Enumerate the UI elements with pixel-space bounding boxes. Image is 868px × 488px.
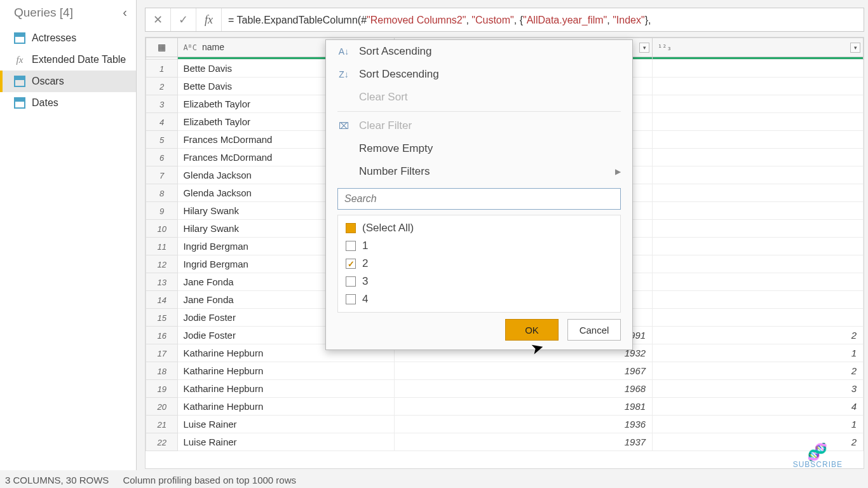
query-item-label: Oscars [32,76,64,87]
number-filters[interactable]: Number Filters ▶ [326,160,632,183]
query-item-extended-date-table[interactable]: fxExtended Date Table [0,49,136,71]
grid-corner[interactable]: ▦ [146,38,178,57]
row-number[interactable]: 3 [146,95,178,113]
row-number[interactable]: 4 [146,113,178,131]
filter-value[interactable]: 4 [343,290,615,308]
row-number[interactable]: 19 [146,380,178,398]
cell-index[interactable] [653,131,864,149]
table-row[interactable]: 19Katharine Hepburn19683 [146,380,864,398]
column-header-index[interactable]: ¹²₃▾ [653,38,864,57]
row-number[interactable]: 2 [146,78,178,95]
cell-year[interactable]: 1968 [395,380,653,398]
checkbox-icon[interactable] [346,241,356,251]
filter-value[interactable]: 3 [343,273,615,290]
cell-index[interactable] [653,113,864,131]
row-number[interactable]: 1 [146,60,178,78]
column-dropdown-icon[interactable]: ▾ [850,43,860,53]
cell-index[interactable]: 1 [653,416,864,433]
cell-index[interactable] [653,60,864,78]
sort-desc-icon: Z↓ [337,69,350,79]
cell-index[interactable] [653,238,864,255]
cell-index[interactable]: 1 [653,344,864,362]
row-number[interactable]: 10 [146,220,178,238]
dna-icon: 🧬 [793,444,843,460]
row-number[interactable]: 11 [146,238,178,255]
row-number[interactable]: 8 [146,184,178,202]
row-number[interactable]: 6 [146,149,178,166]
row-number[interactable]: 13 [146,273,178,291]
cell-year[interactable]: 1981 [395,398,653,416]
cell-index[interactable] [653,78,864,95]
row-number[interactable]: 9 [146,202,178,220]
row-number[interactable]: 15 [146,309,178,327]
queries-panel: Queries [4] ‹ ActressesfxExtended Date T… [0,0,137,470]
cell-name[interactable]: Katharine Hepburn [178,362,395,380]
cell-index[interactable]: 3 [653,380,864,398]
filter-value[interactable]: 1 [343,237,615,255]
checkbox-icon[interactable] [346,259,356,269]
fx-icon: fx [14,55,25,65]
formula-cancel-icon[interactable]: ✕ [146,8,171,31]
cell-year[interactable]: 1937 [395,433,653,451]
row-number[interactable]: 17 [146,344,178,362]
table-icon [14,98,25,108]
filter-value-label: 2 [362,257,368,270]
checkbox-icon[interactable] [346,294,356,304]
formula-commit-icon[interactable]: ✓ [171,8,196,31]
cell-index[interactable] [653,291,864,309]
cell-name[interactable]: Luise Rainer [178,433,395,451]
query-item-label: Dates [32,97,58,109]
filter-search-input[interactable] [337,188,621,210]
cell-index[interactable] [653,184,864,202]
row-number[interactable]: 22 [146,433,178,451]
row-number[interactable]: 21 [146,416,178,433]
query-item-oscars[interactable]: Oscars [0,71,136,92]
cell-name[interactable]: Katharine Hepburn [178,380,395,398]
row-number[interactable]: 7 [146,166,178,184]
cell-index[interactable] [653,149,864,166]
row-number[interactable]: 12 [146,255,178,273]
cell-index[interactable] [653,95,864,113]
cell-index[interactable] [653,309,864,327]
cancel-button[interactable]: Cancel [567,319,621,341]
cell-index[interactable]: 4 [653,398,864,416]
cell-index[interactable]: 2 [653,327,864,344]
formula-fx-icon[interactable]: fx [196,8,222,31]
column-dropdown-icon[interactable]: ▾ [639,43,649,53]
cell-name[interactable]: Luise Rainer [178,416,395,433]
sort-ascending[interactable]: A↓ Sort Ascending [326,40,632,63]
cell-index[interactable]: 2 [653,362,864,380]
remove-empty[interactable]: Remove Empty [326,137,632,160]
cell-year[interactable]: 1936 [395,416,653,433]
table-icon [14,76,25,86]
filter-value[interactable]: 2 [343,255,615,273]
collapse-queries-icon[interactable]: ‹ [123,5,127,20]
cell-year[interactable]: 1967 [395,362,653,380]
table-row[interactable]: 22Luise Rainer19372 [146,433,864,451]
row-number[interactable]: 20 [146,398,178,416]
cell-name[interactable]: Katharine Hepburn [178,398,395,416]
row-number[interactable]: 16 [146,327,178,344]
cell-index[interactable] [653,202,864,220]
formula-text[interactable]: = Table.ExpandTableColumn(#"Removed Colu… [222,14,864,26]
checkbox-icon[interactable] [346,223,356,233]
table-row[interactable]: 21Luise Rainer19361 [146,416,864,433]
cell-index[interactable] [653,220,864,238]
query-item-actresses[interactable]: Actresses [0,27,136,49]
row-number[interactable]: 18 [146,362,178,380]
query-item-dates[interactable]: Dates [0,92,136,114]
checkbox-icon[interactable] [346,276,356,287]
status-bar: 3 COLUMNS, 30 ROWS Column profiling base… [5,475,296,485]
clear-sort: Clear Sort [326,86,632,109]
cell-index[interactable] [653,273,864,291]
sort-descending[interactable]: Z↓ Sort Descending [326,63,632,86]
table-row[interactable]: 18Katharine Hepburn19672 [146,362,864,380]
cell-index[interactable] [653,166,864,184]
row-number[interactable]: 5 [146,131,178,149]
ok-button[interactable]: OK [505,319,559,341]
status-profiling: Column profiling based on top 1000 rows [123,475,296,485]
filter-value[interactable]: (Select All) [343,219,615,237]
table-row[interactable]: 20Katharine Hepburn19814 [146,398,864,416]
cell-index[interactable] [653,255,864,273]
row-number[interactable]: 14 [146,291,178,309]
